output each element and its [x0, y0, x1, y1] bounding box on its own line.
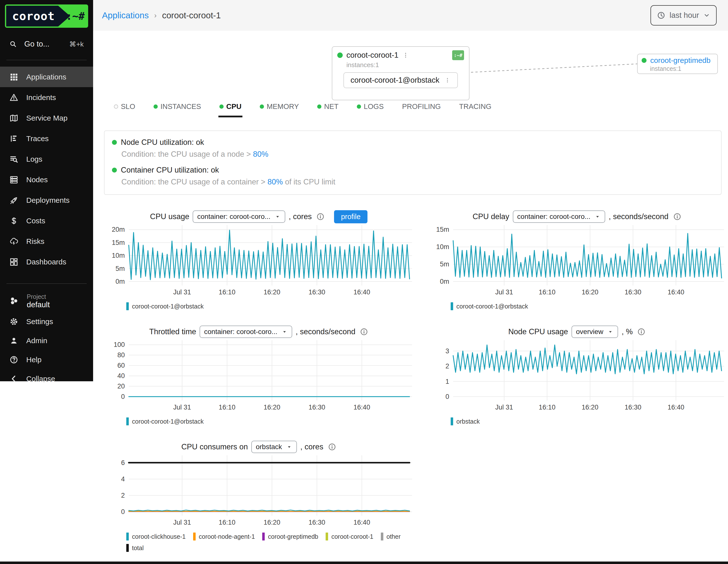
sidebar-item-label: Traces — [26, 134, 49, 143]
sidebar-item-label: Logs — [26, 155, 42, 163]
tab-label: NET — [324, 103, 338, 111]
check-title-row: Node CPU utilization: ok — [112, 138, 714, 147]
legend-item-other: other — [381, 533, 401, 540]
sidebar: coroot :~# Go to... ⌘+k ApplicationsInci… — [0, 0, 93, 381]
svg-text:16:10: 16:10 — [539, 288, 556, 296]
sidebar-item-risks[interactable]: Risks — [0, 231, 93, 252]
tab-logs[interactable]: LOGS — [357, 103, 384, 111]
chart-canvas: Jul 3116:1016:2016:3016:40020406080100 — [104, 339, 414, 411]
tab-status-dot — [317, 104, 321, 109]
sidebar-item-label: Service Map — [26, 114, 68, 122]
svg-text:16:30: 16:30 — [309, 519, 325, 526]
status-dot — [642, 58, 647, 63]
coroot-badge: :~# — [452, 50, 464, 60]
tab-memory[interactable]: MEMORY — [260, 103, 299, 111]
info-icon[interactable] — [637, 328, 646, 336]
tab-status-dot — [260, 104, 264, 109]
sidebar-item-applications[interactable]: Applications — [0, 67, 93, 87]
svg-text:16:40: 16:40 — [668, 404, 684, 411]
info-icon[interactable] — [360, 328, 368, 336]
svg-text:40: 40 — [117, 372, 125, 380]
sidebar-item-project[interactable]: Project default — [0, 290, 93, 312]
info-icon[interactable] — [316, 212, 325, 221]
sidebar-item-nodes[interactable]: Nodes — [0, 169, 93, 190]
chart-selector-dropdown[interactable]: orbstack — [251, 441, 297, 453]
time-range-label: last hour — [670, 11, 699, 20]
tab-tracing[interactable]: TRACING — [459, 103, 492, 111]
svg-text:0: 0 — [121, 393, 125, 400]
kebab-menu-icon[interactable] — [444, 77, 451, 83]
svg-text:Jul 31: Jul 31 — [173, 288, 191, 296]
chart-unit-suffix: , seconds/second — [609, 212, 668, 221]
app-card-title-row: coroot-coroot-1 :~# — [337, 50, 464, 60]
tab-instances[interactable]: INSTANCES — [154, 103, 201, 111]
sidebar-item-label: Help — [26, 356, 42, 364]
project-label: Project — [27, 293, 50, 300]
caret-down-icon — [286, 444, 292, 450]
storm-cloud-icon — [9, 237, 18, 246]
chart-selector-dropdown[interactable]: overview — [572, 326, 618, 338]
legend-item-coroot-node-agent-1: coroot-node-agent-1 — [193, 533, 255, 540]
svg-text:16:20: 16:20 — [582, 288, 598, 296]
breadcrumb-applications-link[interactable]: Applications — [102, 10, 149, 20]
info-icon[interactable] — [328, 443, 336, 451]
condition-threshold-link[interactable]: 80% — [253, 150, 268, 158]
chart-header: CPU usagecontainer: coroot-coro..., core… — [104, 209, 414, 224]
traces-icon — [9, 134, 18, 143]
peer-app-card: coroot-greptimedb instances:1 — [637, 54, 718, 74]
tab-status-dot — [114, 104, 118, 109]
svg-text:0m: 0m — [440, 278, 449, 285]
goto-search[interactable]: Go to... ⌘+k — [0, 35, 93, 53]
sidebar-item-label: Nodes — [26, 176, 48, 184]
tab-slo[interactable]: SLO — [114, 103, 135, 111]
breadcrumb-current: coroot-coroot-1 — [162, 10, 221, 20]
tab-label: LOGS — [364, 103, 384, 111]
chart-line-coroot-node-agent-1 — [129, 511, 410, 511]
legend-label: coroot-greptimedb — [268, 533, 318, 540]
tab-cpu[interactable]: CPU — [219, 103, 241, 111]
sidebar-item-deployments[interactable]: Deployments — [0, 190, 93, 210]
logo-wordmark: coroot — [6, 6, 70, 26]
tab-profiling[interactable]: PROFILING — [402, 103, 441, 111]
sidebar-item-collapse[interactable]: Collapse — [0, 369, 93, 388]
svg-text:16:30: 16:30 — [624, 404, 641, 411]
sidebar-item-admin[interactable]: Admin — [0, 331, 93, 350]
instance-box[interactable]: coroot-coroot-1@orbstack — [343, 72, 458, 88]
chart-legend: coroot-coroot-1@orbstack — [126, 417, 414, 425]
sidebar-item-costs[interactable]: Costs — [0, 210, 93, 231]
map-icon — [9, 114, 18, 123]
instances-label: instances:1 — [346, 61, 464, 69]
project-name: default — [27, 300, 50, 309]
svg-text:6: 6 — [121, 459, 125, 466]
sidebar-item-traces[interactable]: Traces — [0, 128, 93, 149]
sidebar-item-help[interactable]: Help — [0, 350, 93, 369]
svg-text:80: 80 — [117, 351, 125, 359]
peer-app-link[interactable]: coroot-greptimedb — [650, 56, 710, 65]
app-card[interactable]: coroot-coroot-1 :~# instances:1 coroot-c… — [332, 46, 469, 100]
chart-selector-dropdown[interactable]: container: coroot-coro... — [193, 210, 285, 223]
check-title: Node CPU utilization: ok — [121, 138, 204, 147]
chart-selector-dropdown[interactable]: container: coroot-coro... — [200, 326, 292, 338]
tab-net[interactable]: NET — [317, 103, 338, 111]
profile-button[interactable]: profile — [334, 210, 367, 223]
sidebar-item-service-map[interactable]: Service Map — [0, 108, 93, 128]
condition-threshold-link[interactable]: 80% — [267, 178, 283, 186]
time-range-picker[interactable]: last hour — [650, 5, 717, 26]
caret-down-icon — [594, 213, 601, 220]
dollar-icon — [9, 216, 18, 225]
sidebar-item-incidents[interactable]: Incidents — [0, 87, 93, 108]
svg-text:16:20: 16:20 — [264, 288, 281, 296]
sidebar-item-logs[interactable]: Logs — [0, 149, 93, 169]
kebab-menu-icon[interactable] — [402, 52, 409, 59]
info-icon[interactable] — [673, 212, 681, 221]
sidebar-item-dashboards[interactable]: Dashboards — [0, 252, 93, 272]
sidebar-item-settings[interactable]: Settings — [0, 312, 93, 331]
legend-item-coroot-clickhouse-1: coroot-clickhouse-1 — [126, 533, 186, 540]
chart-selector-dropdown[interactable]: container: coroot-coro... — [513, 210, 605, 223]
logo-prompt: :~# — [66, 10, 85, 22]
tab-label: SLO — [121, 103, 135, 111]
coroot-logo[interactable]: coroot :~# — [5, 4, 88, 28]
sidebar-item-label: Dashboards — [26, 258, 66, 266]
svg-text:15m: 15m — [112, 239, 125, 246]
legend-swatch — [451, 417, 453, 425]
